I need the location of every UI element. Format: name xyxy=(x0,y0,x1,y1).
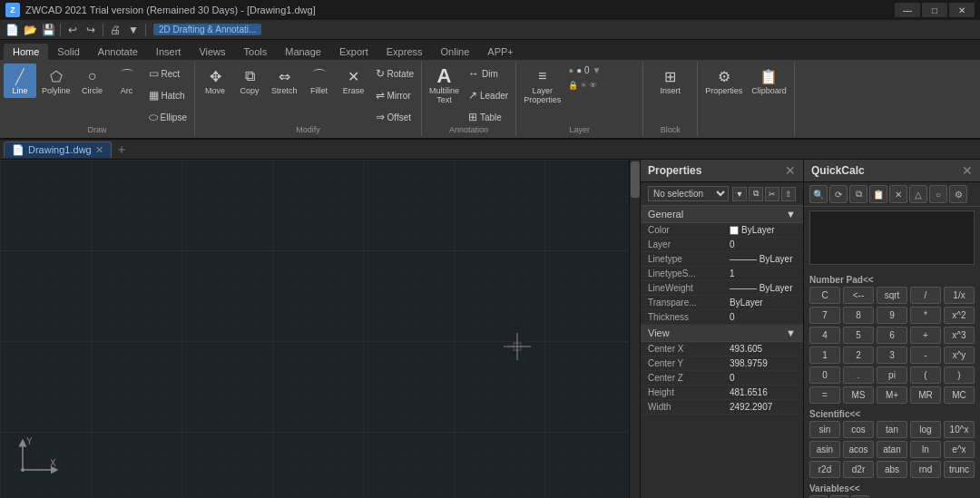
layer-properties-button[interactable]: ≡ LayerProperties xyxy=(520,63,564,107)
line-button[interactable]: ╱ Line xyxy=(4,63,36,98)
open-button[interactable]: 📂 xyxy=(22,22,38,38)
qc-0-btn[interactable]: 0 xyxy=(809,366,840,384)
qc-sub-btn[interactable]: - xyxy=(910,347,941,364)
qc-trunc-btn[interactable]: trunc xyxy=(944,461,975,478)
qc-circle-btn[interactable]: ○ xyxy=(929,185,947,203)
tab-views[interactable]: Views xyxy=(190,44,234,60)
qc-recip-btn[interactable]: 1/x xyxy=(944,287,975,304)
quickcalc-close-button[interactable]: ✕ xyxy=(962,163,973,178)
arc-button[interactable]: ⌒ Arc xyxy=(111,63,143,98)
qc-mul-btn[interactable]: * xyxy=(910,307,941,324)
qc-ln-btn[interactable]: ln xyxy=(910,441,941,458)
prop-icon-btn-2[interactable]: ⧉ xyxy=(749,187,763,201)
qc-log-btn[interactable]: log xyxy=(910,421,941,438)
qc-ex-btn[interactable]: e^x xyxy=(944,441,975,458)
qc-tan-btn[interactable]: tan xyxy=(877,421,907,438)
qc-mplus-btn[interactable]: M+ xyxy=(877,386,907,404)
properties-close-button[interactable]: ✕ xyxy=(785,163,796,178)
insert-button[interactable]: ⊞ Insert xyxy=(654,63,687,98)
prop-icon-btn-3[interactable]: ✂ xyxy=(765,187,779,201)
qc-search-btn[interactable]: 🔍 xyxy=(809,185,828,203)
tab-app[interactable]: APP+ xyxy=(478,44,522,60)
qc-sqrt-btn[interactable]: sqrt xyxy=(877,287,907,304)
workspace-badge[interactable]: 2D Drafting & Annotati... xyxy=(153,24,261,35)
layer-dropdown-btn[interactable]: ▼ xyxy=(593,65,602,75)
qc-cos-btn[interactable]: cos xyxy=(843,421,874,438)
qc-cube-btn[interactable]: x^3 xyxy=(944,327,975,344)
prop-view-section[interactable]: View ▼ xyxy=(641,325,803,342)
tab-annotate[interactable]: Annotate xyxy=(89,44,147,60)
quickcalc-display[interactable] xyxy=(809,210,975,265)
erase-button[interactable]: ✕ Erase xyxy=(338,63,370,98)
qc-settings-btn[interactable]: ⚙ xyxy=(949,185,967,203)
redo-button[interactable]: ↪ xyxy=(83,22,99,38)
qc-add-btn[interactable]: + xyxy=(910,327,941,344)
qc-triangle-btn[interactable]: △ xyxy=(909,185,927,203)
tab-solid[interactable]: Solid xyxy=(48,44,88,60)
qc-abs-btn[interactable]: abs xyxy=(877,461,907,478)
more-button[interactable]: ▼ xyxy=(125,22,142,38)
qc-mr-btn[interactable]: MR xyxy=(910,386,941,404)
new-drawing-button[interactable]: ＋ xyxy=(112,142,132,158)
qc-acos-btn[interactable]: acos xyxy=(843,441,874,458)
rectangle-button[interactable]: ▭ Rect xyxy=(145,63,191,83)
qc-10x-btn[interactable]: 10^x xyxy=(944,421,975,438)
clipboard-button[interactable]: 📋 Clipboard xyxy=(748,63,790,98)
table-button[interactable]: ⊞ Table xyxy=(465,107,512,127)
save-button[interactable]: 💾 xyxy=(40,22,56,38)
qc-d2r-btn[interactable]: d2r xyxy=(843,461,874,478)
qc-copy-btn[interactable]: ⧉ xyxy=(849,185,867,203)
qc-pow-btn[interactable]: x^y xyxy=(944,347,975,364)
tab-express[interactable]: Express xyxy=(377,44,432,60)
mirror-button[interactable]: ⇌ Mirror xyxy=(372,85,417,105)
qc-mc-btn[interactable]: MC xyxy=(944,386,975,404)
tab-manage[interactable]: Manage xyxy=(276,44,330,60)
leader-button[interactable]: ↗ Leader xyxy=(465,85,512,105)
undo-button[interactable]: ↩ xyxy=(64,22,81,38)
prop-general-section[interactable]: General ▼ xyxy=(641,206,803,223)
qc-rnd-btn[interactable]: rnd xyxy=(910,461,941,478)
qc-sq-btn[interactable]: x^2 xyxy=(944,307,975,324)
qc-pi-btn[interactable]: pi xyxy=(877,366,907,384)
canvas-area[interactable]: Y X xyxy=(0,160,640,498)
dimension-button[interactable]: ↔ Dim xyxy=(465,63,512,83)
qc-lparen-btn[interactable]: ( xyxy=(910,366,941,384)
qc-7-btn[interactable]: 7 xyxy=(809,307,840,324)
properties-selection-dropdown[interactable]: No selection xyxy=(648,186,729,201)
qc-1-btn[interactable]: 1 xyxy=(809,347,840,364)
qc-ms-btn[interactable]: MS xyxy=(843,386,874,404)
qc-6-btn[interactable]: 6 xyxy=(877,327,907,344)
tab-insert[interactable]: Insert xyxy=(147,44,191,60)
qc-dot-btn[interactable]: . xyxy=(843,366,874,384)
circle-button[interactable]: ○ Circle xyxy=(76,63,109,98)
tab-home[interactable]: Home xyxy=(4,44,48,60)
rotate-button[interactable]: ↻ Rotate xyxy=(372,63,417,83)
tab-online[interactable]: Online xyxy=(432,44,479,60)
qc-asin-btn[interactable]: asin xyxy=(809,441,840,458)
qc-4-btn[interactable]: 4 xyxy=(809,327,840,344)
qc-r2d-btn[interactable]: r2d xyxy=(809,461,840,478)
qc-rparen-btn[interactable]: ) xyxy=(944,366,975,384)
doc-tab-drawing1[interactable]: 📄 Drawing1.dwg ✕ xyxy=(4,142,112,158)
tab-tools[interactable]: Tools xyxy=(235,44,277,60)
maximize-button[interactable]: □ xyxy=(922,3,947,17)
polyline-button[interactable]: ⬠ Polyline xyxy=(38,63,74,98)
qc-8-btn[interactable]: 8 xyxy=(843,307,874,324)
qc-equals-btn[interactable]: = xyxy=(809,386,840,404)
hatch-button[interactable]: ▦ Hatch xyxy=(145,85,191,105)
vertical-scrollbar[interactable] xyxy=(629,160,640,498)
vertical-scrollbar-thumb[interactable] xyxy=(631,161,640,198)
offset-button[interactable]: ⇒ Offset xyxy=(372,107,417,127)
qc-paste-btn[interactable]: 📋 xyxy=(869,185,887,203)
qc-c-btn[interactable]: C xyxy=(809,287,840,304)
new-file-button[interactable]: 📄 xyxy=(4,22,20,38)
properties-button[interactable]: ⚙ Properties xyxy=(701,63,746,98)
minimize-button[interactable]: — xyxy=(895,3,920,17)
qc-clear-btn[interactable]: ✕ xyxy=(889,185,907,203)
qc-atan-btn[interactable]: atan xyxy=(877,441,907,458)
qc-9-btn[interactable]: 9 xyxy=(877,307,907,324)
ellipse-button[interactable]: ⬭ Ellipse xyxy=(145,107,191,127)
multiline-text-button[interactable]: A MultilineText xyxy=(426,63,463,107)
prop-icon-btn-4[interactable]: ⇧ xyxy=(781,187,796,201)
close-button[interactable]: ✕ xyxy=(949,3,975,17)
